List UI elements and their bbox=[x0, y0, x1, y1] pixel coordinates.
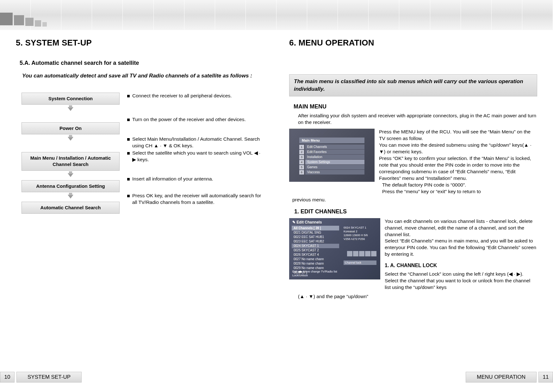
channel-row: 0024 SKYCAST 1 bbox=[292, 244, 339, 248]
all-channels-header: All Channels [ 39 ] bbox=[292, 226, 339, 230]
footer-left: 10 SYSTEM SET-UP bbox=[0, 372, 82, 383]
arrow-down-icon bbox=[68, 173, 73, 177]
left-page: 5. SYSTEM SET-UP 5.A. Automatic channel … bbox=[0, 38, 276, 367]
info-line: 0024 SKYCAST 1 bbox=[342, 226, 378, 230]
bullet-icon bbox=[127, 178, 130, 181]
header-pattern bbox=[0, 0, 553, 30]
sort-icon bbox=[371, 251, 376, 256]
tail-text: (▲ · ▼) and the page “up/down” bbox=[298, 293, 537, 300]
callout-box: The main menu is classified into six sub… bbox=[289, 74, 537, 96]
main-menu-intro: After installing your dish system and re… bbox=[298, 113, 537, 126]
lock-icon bbox=[347, 251, 352, 256]
flow-descriptions-column: Connect the receiver to all peripheral d… bbox=[127, 93, 264, 214]
footer-label: MENU OPERATION bbox=[466, 372, 537, 383]
channel-lock-heading: 1. A. CHANNEL LOCK bbox=[385, 262, 537, 269]
step-description: Turn on the power of the receiver and ot… bbox=[127, 116, 264, 123]
step-description: Insert all information of your antenna. bbox=[127, 176, 264, 182]
pin-note: The default factory PIN code is “0000”. bbox=[382, 182, 537, 188]
channel-row: 0028 No name chann bbox=[292, 261, 339, 266]
channel-row: 0022 EEC SAT HUB1 bbox=[292, 235, 339, 239]
footer-label: SYSTEM SET-UP bbox=[16, 372, 82, 383]
menu-item: 2Edit Favorites bbox=[299, 150, 364, 154]
section-heading: 6. MENU OPERATION bbox=[289, 38, 537, 48]
edit-icon bbox=[365, 251, 370, 256]
step-box: System Connection bbox=[22, 93, 120, 105]
menu-item: 6Viaccess bbox=[299, 170, 364, 175]
bullet-icon bbox=[127, 152, 130, 155]
step-description: Select Main Menu/Installation / Automati… bbox=[127, 136, 264, 163]
sub-heading: 5.A. Automatic channel search for a sate… bbox=[20, 60, 264, 66]
info-line: Koreasat 2 bbox=[342, 230, 378, 233]
arrow-down-icon bbox=[68, 107, 73, 111]
header-corner-graphic bbox=[0, 13, 63, 30]
section-heading: 5. SYSTEM SET-UP bbox=[16, 38, 264, 48]
bullet-icon bbox=[127, 95, 130, 97]
channel-lock-label: Channel lock bbox=[344, 260, 376, 265]
edit-channels-screenshot: ✎ Edit Channels All Channels [ 39 ] 0021… bbox=[289, 218, 380, 279]
right-page: 6. MENU OPERATION The main menu is class… bbox=[276, 38, 553, 367]
menu-item: 4System Settings bbox=[299, 160, 364, 164]
step-description: Connect the receiver to all peripheral d… bbox=[127, 93, 264, 99]
step-box: Antenna Configuration Setting bbox=[22, 180, 120, 192]
edit-channels-heading: 1. EDIT CHANNELS bbox=[294, 208, 537, 215]
move-icon bbox=[359, 251, 364, 256]
main-menu-screenshot: Main Menu 1Edit Channels2Edit Favorites3… bbox=[289, 129, 375, 182]
channel-lock-paragraph: Select the “Channel Lock” icon using the… bbox=[385, 271, 537, 291]
page-number: 11 bbox=[538, 372, 553, 383]
screenshot-title: Main Menu bbox=[299, 138, 364, 143]
channel-row: 0025 SKYCAST 2 bbox=[292, 248, 339, 253]
intro-text: You can automatically detect and save al… bbox=[22, 72, 264, 80]
screenshot-hint: Exit ◀▶ Move change TV/Radio list Lock/U… bbox=[292, 270, 337, 277]
screenshot-title: ✎ Edit Channels bbox=[292, 220, 322, 224]
main-menu-paragraph: Press the MENU key of the RCU. You will … bbox=[379, 129, 537, 195]
scissors-icon bbox=[353, 251, 358, 256]
arrow-down-icon bbox=[68, 195, 73, 199]
icon-row bbox=[347, 251, 376, 256]
bullet-icon bbox=[127, 119, 130, 121]
channel-row: 0026 SKYCAST 4 bbox=[292, 253, 339, 257]
info-line: 12600 13600 H 5/6 bbox=[342, 233, 378, 237]
return-note: Press the “menu” key or “exit” key to re… bbox=[382, 188, 537, 195]
step-box: Automatic Channel Search bbox=[22, 202, 120, 214]
step-description: Press OK key, and the receiver will auto… bbox=[127, 193, 264, 206]
bullet-icon bbox=[127, 195, 130, 197]
step-box: Main Menu / Installation / Automatic Cha… bbox=[22, 152, 120, 171]
channel-row: 0029 No name chann bbox=[292, 266, 339, 270]
channel-row: 0021 DIGITAL SNG bbox=[292, 230, 339, 235]
bullet-icon bbox=[127, 138, 130, 141]
channel-row: 0023 EEC SAT HUB2 bbox=[292, 239, 339, 244]
menu-item: 3Installation bbox=[299, 155, 364, 159]
info-line: V258 A272 P256 bbox=[342, 237, 378, 241]
footer-right: MENU OPERATION 11 bbox=[466, 372, 553, 383]
page-number: 10 bbox=[0, 372, 15, 383]
arrow-down-icon bbox=[68, 137, 73, 141]
step-box: Power On bbox=[22, 122, 120, 134]
menu-item: 5Games bbox=[299, 165, 364, 169]
menu-item: 1Edit Channels bbox=[299, 144, 364, 149]
flow-steps-column: System Connection Power On Main Menu / I… bbox=[22, 93, 120, 214]
channel-row: 0027 No name chann bbox=[292, 257, 339, 261]
edit-channels-paragraph: You can edit channels on various channel… bbox=[385, 218, 537, 291]
main-menu-heading: MAIN MENU bbox=[294, 103, 537, 110]
previous-menu-text: previous menu. bbox=[292, 197, 537, 203]
